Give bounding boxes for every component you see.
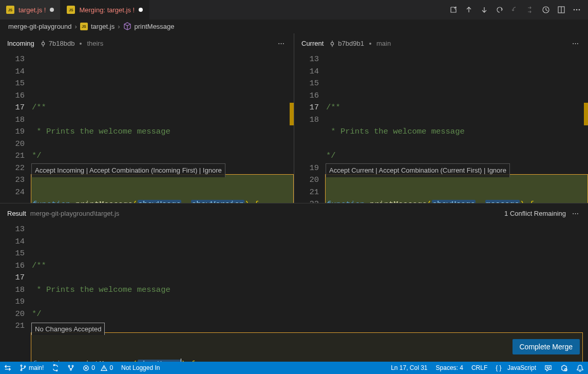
result-label: Result	[7, 210, 26, 217]
arrow-down-icon[interactable]	[478, 4, 490, 16]
complete-merge-button[interactable]: Complete Merge	[513, 339, 580, 354]
bc-folder[interactable]: merge-git-playground	[8, 23, 72, 30]
open-file-icon[interactable]	[447, 4, 460, 16]
current-code[interactable]: /** * Prints the welcome message */ Acce…	[325, 53, 588, 203]
commit-icon: 7b18bdb	[40, 40, 75, 47]
commit-icon: b7bd9b1	[329, 40, 364, 47]
more-icon[interactable]: ⋯	[276, 38, 287, 49]
svg-point-2	[574, 9, 575, 11]
conflicts-remaining: 1 Conflict Remaining	[504, 210, 566, 217]
remote-indicator[interactable]	[0, 362, 15, 374]
svg-point-3	[576, 9, 578, 11]
indentation[interactable]: Spaces: 4	[432, 362, 467, 374]
branch-status[interactable]: main!	[15, 362, 48, 374]
js-file-icon: JS	[80, 23, 88, 30]
result-code[interactable]: /** * Prints the welcome message */ No C…	[31, 223, 588, 362]
cursor-position[interactable]: Ln 17, Col 31	[387, 362, 431, 374]
clock-icon[interactable]	[540, 4, 552, 16]
arrow-left-icon	[509, 4, 521, 16]
line-number-gutter: 131415161718192021	[0, 223, 31, 362]
current-label: Current	[301, 40, 324, 47]
svg-point-14	[547, 367, 548, 368]
language-mode[interactable]: { } JavaScript	[491, 362, 540, 374]
svg-point-4	[579, 9, 580, 11]
svg-point-15	[549, 367, 550, 368]
svg-point-10	[69, 365, 70, 367]
method-icon	[123, 22, 131, 30]
svg-point-8	[21, 369, 22, 371]
more-icon[interactable]	[571, 4, 583, 16]
current-branch: main	[376, 40, 391, 47]
source-control-graph[interactable]	[63, 362, 79, 374]
no-changes-label: No Changes Accepted	[31, 323, 105, 335]
js-file-icon: JS	[6, 6, 14, 14]
current-codelens[interactable]: Accept Current | Accept Combination (Cur…	[326, 163, 510, 177]
svg-point-12	[70, 369, 72, 370]
undo-icon[interactable]	[494, 4, 506, 16]
incoming-label: Incoming	[7, 40, 34, 47]
tab-dirty-icon	[50, 8, 54, 12]
incoming-branch: theirs	[87, 40, 103, 47]
arrow-up-icon[interactable]	[463, 4, 475, 16]
tab-dirty-icon	[139, 8, 143, 12]
bc-symbol[interactable]: printMessage	[135, 23, 175, 30]
svg-point-5	[42, 42, 44, 45]
line-number-gutter: 131415161718 19202122	[294, 53, 325, 203]
bc-file[interactable]: target.js	[91, 23, 115, 30]
tab-merging[interactable]: JS Merging: target.js !	[61, 0, 149, 20]
more-icon[interactable]: ⋯	[570, 208, 581, 219]
login-status[interactable]: Not Logged In	[117, 362, 164, 374]
breadcrumb[interactable]: merge-git-playground › JS target.js › pr…	[0, 20, 588, 33]
tab-title: Merging: target.js !	[79, 6, 135, 14]
sync-button[interactable]	[48, 362, 63, 374]
result-path: merge-git-playground\target.js	[30, 210, 119, 217]
svg-point-7	[21, 365, 22, 366]
arrow-right-together-icon	[524, 4, 537, 16]
notifications-icon[interactable]	[572, 362, 588, 374]
svg-point-9	[24, 366, 26, 367]
tab-title: target.js !	[18, 6, 46, 14]
split-editor-icon[interactable]	[555, 4, 567, 16]
tab-target[interactable]: JS target.js !	[0, 0, 61, 20]
svg-point-6	[331, 42, 334, 45]
svg-point-11	[72, 365, 74, 367]
line-number-gutter: 131415161718192021222324	[0, 53, 31, 203]
overview-ruler-icon	[290, 103, 294, 125]
more-icon[interactable]: ⋯	[570, 38, 581, 49]
js-file-icon: JS	[67, 6, 75, 14]
prettier-icon[interactable]	[556, 362, 572, 374]
incoming-code[interactable]: /** * Prints the welcome message */ Acce…	[31, 53, 294, 203]
eol[interactable]: CRLF	[467, 362, 491, 374]
overview-ruler-icon	[584, 103, 588, 125]
tweet-feedback-icon[interactable]	[540, 362, 556, 374]
incoming-codelens[interactable]: Accept Incoming | Accept Combination (In…	[31, 163, 225, 177]
problems-button[interactable]: 0 0	[79, 362, 117, 374]
